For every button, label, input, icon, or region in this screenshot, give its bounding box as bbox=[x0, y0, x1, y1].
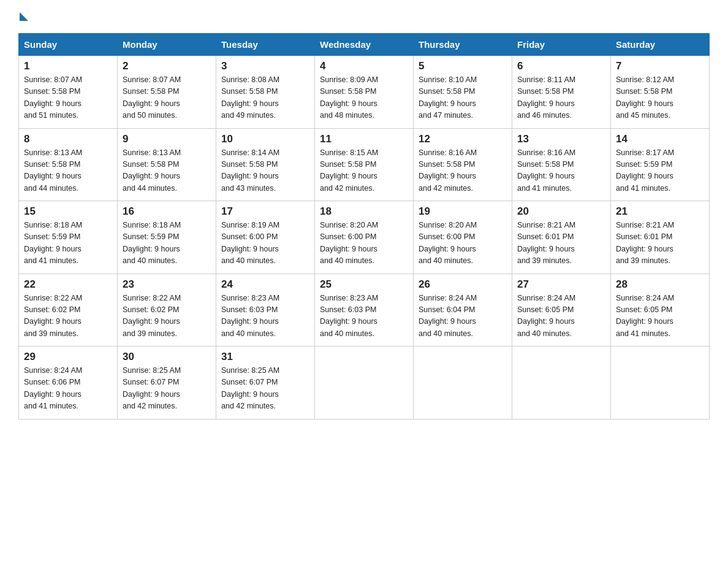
week-row-3: 15 Sunrise: 8:18 AMSunset: 5:59 PMDaylig… bbox=[19, 201, 710, 274]
day-number: 29 bbox=[24, 351, 112, 363]
day-number: 2 bbox=[123, 60, 211, 72]
day-info: Sunrise: 8:24 AMSunset: 6:05 PMDaylight:… bbox=[616, 293, 704, 340]
day-number: 25 bbox=[320, 278, 408, 291]
weekday-header-wednesday: Wednesday bbox=[315, 34, 414, 56]
calendar-cell: 1 Sunrise: 8:07 AMSunset: 5:58 PMDayligh… bbox=[19, 56, 118, 129]
day-number: 4 bbox=[320, 60, 408, 72]
calendar-cell: 2 Sunrise: 8:07 AMSunset: 5:58 PMDayligh… bbox=[118, 56, 216, 129]
day-number: 23 bbox=[123, 278, 211, 291]
page-header bbox=[18, 12, 710, 22]
day-number: 14 bbox=[616, 133, 704, 145]
day-info: Sunrise: 8:21 AMSunset: 6:01 PMDaylight:… bbox=[517, 220, 605, 267]
day-number: 31 bbox=[221, 351, 309, 363]
day-number: 19 bbox=[419, 205, 507, 218]
day-info: Sunrise: 8:25 AMSunset: 6:07 PMDaylight:… bbox=[221, 365, 309, 413]
calendar-cell: 5 Sunrise: 8:10 AMSunset: 5:58 PMDayligh… bbox=[414, 56, 512, 129]
calendar-cell: 7 Sunrise: 8:12 AMSunset: 5:58 PMDayligh… bbox=[611, 56, 710, 129]
week-row-4: 22 Sunrise: 8:22 AMSunset: 6:02 PMDaylig… bbox=[19, 274, 710, 347]
weekday-header-row: SundayMondayTuesdayWednesdayThursdayFrid… bbox=[19, 34, 710, 56]
calendar-cell bbox=[512, 347, 611, 419]
day-number: 27 bbox=[517, 278, 605, 291]
day-info: Sunrise: 8:19 AMSunset: 6:00 PMDaylight:… bbox=[221, 220, 309, 267]
calendar-cell: 12 Sunrise: 8:16 AMSunset: 5:58 PMDaylig… bbox=[414, 128, 512, 201]
calendar-cell: 22 Sunrise: 8:22 AMSunset: 6:02 PMDaylig… bbox=[19, 274, 118, 347]
calendar-cell: 16 Sunrise: 8:18 AMSunset: 5:59 PMDaylig… bbox=[118, 201, 216, 274]
calendar-cell: 20 Sunrise: 8:21 AMSunset: 6:01 PMDaylig… bbox=[512, 201, 611, 274]
day-info: Sunrise: 8:24 AMSunset: 6:04 PMDaylight:… bbox=[419, 293, 507, 340]
calendar-cell bbox=[611, 347, 710, 419]
day-info: Sunrise: 8:08 AMSunset: 5:58 PMDaylight:… bbox=[221, 74, 309, 122]
week-row-2: 8 Sunrise: 8:13 AMSunset: 5:58 PMDayligh… bbox=[19, 128, 710, 201]
week-row-5: 29 Sunrise: 8:24 AMSunset: 6:06 PMDaylig… bbox=[19, 347, 710, 419]
calendar-cell: 3 Sunrise: 8:08 AMSunset: 5:58 PMDayligh… bbox=[216, 56, 315, 129]
weekday-header-friday: Friday bbox=[512, 34, 611, 56]
day-info: Sunrise: 8:16 AMSunset: 5:58 PMDaylight:… bbox=[419, 147, 507, 195]
weekday-header-tuesday: Tuesday bbox=[216, 34, 315, 56]
day-info: Sunrise: 8:24 AMSunset: 6:06 PMDaylight:… bbox=[24, 365, 112, 413]
day-number: 7 bbox=[616, 60, 704, 72]
logo bbox=[18, 12, 28, 22]
weekday-header-thursday: Thursday bbox=[414, 34, 512, 56]
day-info: Sunrise: 8:22 AMSunset: 6:02 PMDaylight:… bbox=[24, 293, 112, 340]
calendar-cell: 11 Sunrise: 8:15 AMSunset: 5:58 PMDaylig… bbox=[315, 128, 414, 201]
calendar-cell: 24 Sunrise: 8:23 AMSunset: 6:03 PMDaylig… bbox=[216, 274, 315, 347]
day-number: 26 bbox=[419, 278, 507, 291]
day-number: 9 bbox=[123, 133, 211, 145]
calendar-cell: 8 Sunrise: 8:13 AMSunset: 5:58 PMDayligh… bbox=[19, 128, 118, 201]
day-number: 28 bbox=[616, 278, 704, 291]
weekday-header-monday: Monday bbox=[118, 34, 216, 56]
day-info: Sunrise: 8:13 AMSunset: 5:58 PMDaylight:… bbox=[123, 147, 211, 195]
day-info: Sunrise: 8:20 AMSunset: 6:00 PMDaylight:… bbox=[419, 220, 507, 267]
logo-blue-text bbox=[18, 12, 28, 22]
day-number: 13 bbox=[517, 133, 605, 145]
calendar-cell bbox=[315, 347, 414, 419]
day-info: Sunrise: 8:12 AMSunset: 5:58 PMDaylight:… bbox=[616, 74, 704, 122]
calendar-cell: 13 Sunrise: 8:16 AMSunset: 5:58 PMDaylig… bbox=[512, 128, 611, 201]
day-info: Sunrise: 8:18 AMSunset: 5:59 PMDaylight:… bbox=[123, 220, 211, 267]
day-number: 8 bbox=[24, 133, 112, 145]
day-number: 30 bbox=[123, 351, 211, 363]
day-info: Sunrise: 8:23 AMSunset: 6:03 PMDaylight:… bbox=[221, 293, 309, 340]
calendar-cell: 30 Sunrise: 8:25 AMSunset: 6:07 PMDaylig… bbox=[118, 347, 216, 419]
day-number: 3 bbox=[221, 60, 309, 72]
calendar-cell: 27 Sunrise: 8:24 AMSunset: 6:05 PMDaylig… bbox=[512, 274, 611, 347]
calendar-cell: 15 Sunrise: 8:18 AMSunset: 5:59 PMDaylig… bbox=[19, 201, 118, 274]
day-number: 24 bbox=[221, 278, 309, 291]
day-info: Sunrise: 8:18 AMSunset: 5:59 PMDaylight:… bbox=[24, 220, 112, 267]
day-info: Sunrise: 8:21 AMSunset: 6:01 PMDaylight:… bbox=[616, 220, 704, 267]
day-info: Sunrise: 8:13 AMSunset: 5:58 PMDaylight:… bbox=[24, 147, 112, 195]
calendar-cell: 4 Sunrise: 8:09 AMSunset: 5:58 PMDayligh… bbox=[315, 56, 414, 129]
day-info: Sunrise: 8:10 AMSunset: 5:58 PMDaylight:… bbox=[419, 74, 507, 122]
calendar-cell: 9 Sunrise: 8:13 AMSunset: 5:58 PMDayligh… bbox=[118, 128, 216, 201]
calendar-cell: 29 Sunrise: 8:24 AMSunset: 6:06 PMDaylig… bbox=[19, 347, 118, 419]
week-row-1: 1 Sunrise: 8:07 AMSunset: 5:58 PMDayligh… bbox=[19, 56, 710, 129]
day-info: Sunrise: 8:09 AMSunset: 5:58 PMDaylight:… bbox=[320, 74, 408, 122]
weekday-header-sunday: Sunday bbox=[19, 34, 118, 56]
day-number: 12 bbox=[419, 133, 507, 145]
day-info: Sunrise: 8:20 AMSunset: 6:00 PMDaylight:… bbox=[320, 220, 408, 267]
day-number: 5 bbox=[419, 60, 507, 72]
day-number: 16 bbox=[123, 205, 211, 218]
day-number: 11 bbox=[320, 133, 408, 145]
calendar-cell: 31 Sunrise: 8:25 AMSunset: 6:07 PMDaylig… bbox=[216, 347, 315, 419]
day-info: Sunrise: 8:16 AMSunset: 5:58 PMDaylight:… bbox=[517, 147, 605, 195]
day-number: 18 bbox=[320, 205, 408, 218]
day-number: 22 bbox=[24, 278, 112, 291]
day-info: Sunrise: 8:14 AMSunset: 5:58 PMDaylight:… bbox=[221, 147, 309, 195]
weekday-header-saturday: Saturday bbox=[611, 34, 710, 56]
calendar-cell: 26 Sunrise: 8:24 AMSunset: 6:04 PMDaylig… bbox=[414, 274, 512, 347]
day-number: 15 bbox=[24, 205, 112, 218]
day-info: Sunrise: 8:07 AMSunset: 5:58 PMDaylight:… bbox=[123, 74, 211, 122]
day-info: Sunrise: 8:17 AMSunset: 5:59 PMDaylight:… bbox=[616, 147, 704, 195]
day-number: 6 bbox=[517, 60, 605, 72]
calendar-cell: 19 Sunrise: 8:20 AMSunset: 6:00 PMDaylig… bbox=[414, 201, 512, 274]
calendar-cell: 23 Sunrise: 8:22 AMSunset: 6:02 PMDaylig… bbox=[118, 274, 216, 347]
calendar-cell: 6 Sunrise: 8:11 AMSunset: 5:58 PMDayligh… bbox=[512, 56, 611, 129]
day-info: Sunrise: 8:15 AMSunset: 5:58 PMDaylight:… bbox=[320, 147, 408, 195]
calendar-cell: 17 Sunrise: 8:19 AMSunset: 6:00 PMDaylig… bbox=[216, 201, 315, 274]
calendar-cell: 18 Sunrise: 8:20 AMSunset: 6:00 PMDaylig… bbox=[315, 201, 414, 274]
day-number: 17 bbox=[221, 205, 309, 218]
day-info: Sunrise: 8:25 AMSunset: 6:07 PMDaylight:… bbox=[123, 365, 211, 413]
day-info: Sunrise: 8:23 AMSunset: 6:03 PMDaylight:… bbox=[320, 293, 408, 340]
day-info: Sunrise: 8:07 AMSunset: 5:58 PMDaylight:… bbox=[24, 74, 112, 122]
